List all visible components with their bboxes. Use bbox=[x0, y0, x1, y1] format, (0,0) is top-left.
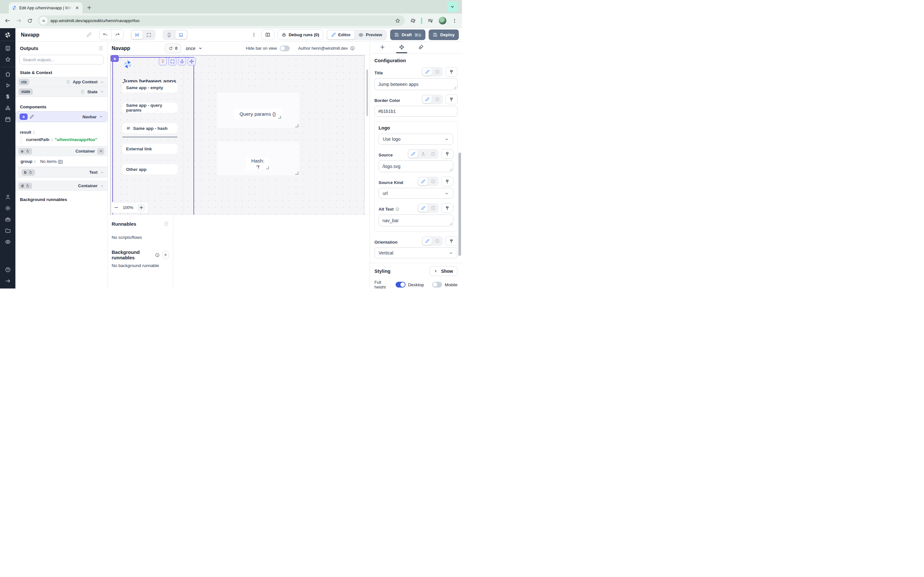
query-params-container[interactable]: Query params {} bbox=[217, 93, 299, 128]
full-width-layout-button[interactable] bbox=[144, 31, 155, 39]
app-grid[interactable]: a Jump between apps Same app - empty Sam… bbox=[110, 55, 365, 214]
connect-plug-icon[interactable] bbox=[441, 177, 453, 186]
static-mode-pencil-icon[interactable] bbox=[418, 204, 428, 212]
extensions-puzzle-icon[interactable] bbox=[410, 18, 416, 24]
outputs-search[interactable] bbox=[19, 55, 103, 64]
static-mode-pencil-icon[interactable] bbox=[409, 150, 418, 158]
rename-pencil-icon[interactable] bbox=[29, 114, 34, 119]
sidebar-item-workers[interactable] bbox=[5, 216, 11, 222]
component-a-canvas-badge[interactable]: a bbox=[111, 55, 119, 62]
zoom-in-icon[interactable] bbox=[137, 203, 145, 211]
tab-close-icon[interactable] bbox=[74, 5, 79, 11]
connect-plug-icon[interactable] bbox=[441, 203, 453, 213]
sidebar-item-audit-logs[interactable] bbox=[5, 239, 11, 245]
draft-button[interactable]: Draft⌘S bbox=[390, 29, 425, 40]
preview-tab[interactable]: Preview bbox=[355, 31, 386, 39]
editor-tab[interactable]: Editor bbox=[327, 31, 355, 39]
navlink-same-app-query-params[interactable]: Same app - query params bbox=[122, 103, 178, 113]
expr-mode-fn-icon[interactable] bbox=[428, 204, 438, 212]
collapse-button[interactable] bbox=[97, 148, 104, 155]
forward-icon[interactable] bbox=[16, 18, 22, 24]
canvas-scrollbar[interactable] bbox=[367, 69, 368, 116]
info-icon[interactable] bbox=[155, 253, 160, 258]
undo-button[interactable] bbox=[99, 30, 111, 40]
text-b-row[interactable]: b Text bbox=[18, 167, 107, 177]
connect-plug-icon[interactable] bbox=[445, 67, 457, 77]
chevron-down-icon[interactable] bbox=[100, 80, 104, 84]
sidebar-item-home[interactable] bbox=[5, 71, 11, 77]
tab-insert-component[interactable] bbox=[377, 42, 388, 53]
static-mode-pencil-icon[interactable] bbox=[423, 95, 432, 103]
sidebar-item-schedules[interactable] bbox=[5, 116, 11, 122]
navlink-same-app-hash[interactable]: Same app - hash bbox=[122, 123, 178, 133]
sidebar-item-help[interactable] bbox=[5, 267, 11, 273]
back-icon[interactable] bbox=[5, 18, 11, 24]
currentpath-key[interactable]: currentPath bbox=[26, 137, 49, 142]
navlink-same-app-empty[interactable]: Same app - empty bbox=[122, 82, 178, 93]
query-params-text[interactable]: Query params {} bbox=[234, 109, 282, 119]
chevron-down-icon[interactable] bbox=[100, 170, 104, 175]
info-icon[interactable] bbox=[395, 207, 399, 211]
more-options-icon[interactable] bbox=[251, 32, 257, 37]
static-mode-pencil-icon[interactable] bbox=[423, 237, 432, 245]
connect-plug-icon[interactable] bbox=[445, 95, 457, 104]
debug-runs-button[interactable]: Debug runs (0) bbox=[278, 29, 323, 40]
bookmark-star-icon[interactable] bbox=[395, 18, 401, 23]
desktop-view-button[interactable] bbox=[176, 31, 187, 39]
browser-menu-icon[interactable] bbox=[452, 18, 457, 24]
state-row[interactable]: state State bbox=[15, 87, 107, 97]
edit-title-pencil-icon[interactable] bbox=[86, 32, 92, 37]
sidebar-item-apps[interactable] bbox=[5, 45, 11, 51]
chevron-down-icon[interactable] bbox=[100, 89, 104, 94]
runnables-doc-icon[interactable] bbox=[164, 221, 169, 227]
sidebar-item-users[interactable] bbox=[5, 194, 11, 200]
expr-mode-fn-icon[interactable] bbox=[433, 237, 442, 245]
expr-mode-fn-icon[interactable] bbox=[428, 150, 438, 158]
expr-mode-fn-icon[interactable] bbox=[433, 95, 442, 103]
refresh-mode-dropdown[interactable]: once bbox=[186, 46, 203, 51]
url-text[interactable]: app.windmill.dev/apps/edit/u/henri/navap… bbox=[50, 18, 392, 23]
connect-plug-icon[interactable] bbox=[445, 236, 457, 246]
source-input[interactable]: /logo.svg bbox=[379, 160, 453, 172]
windmill-logo-icon[interactable] bbox=[4, 31, 11, 39]
zoom-out-icon[interactable] bbox=[114, 205, 119, 210]
reload-icon[interactable] bbox=[27, 18, 33, 24]
border-color-input[interactable]: #b1b1b1 bbox=[375, 106, 457, 117]
connect-plug-icon[interactable] bbox=[441, 149, 453, 159]
static-mode-pencil-icon[interactable] bbox=[423, 68, 432, 76]
redo-button[interactable] bbox=[111, 30, 123, 40]
sidebar-item-folders[interactable] bbox=[5, 227, 11, 234]
sidebar-item-settings[interactable] bbox=[5, 205, 11, 211]
source-kind-select[interactable]: url bbox=[379, 188, 453, 199]
expr-mode-fn-icon[interactable] bbox=[428, 177, 438, 185]
static-mode-pencil-icon[interactable] bbox=[418, 177, 428, 185]
move-icon[interactable] bbox=[188, 57, 196, 65]
centered-layout-button[interactable] bbox=[132, 31, 143, 39]
media-playlist-icon[interactable] bbox=[427, 18, 433, 24]
upload-mode-icon[interactable] bbox=[418, 150, 428, 158]
full-height-desktop-toggle[interactable] bbox=[396, 282, 405, 287]
anchor-icon[interactable] bbox=[178, 57, 186, 65]
alt-text-input[interactable]: nav_bar bbox=[379, 214, 453, 226]
ctx-row[interactable]: ctx App Context bbox=[15, 77, 107, 87]
address-bar[interactable]: app.windmill.dev/apps/edit/u/henri/navap… bbox=[38, 15, 405, 26]
navlink-other-app[interactable]: Other app bbox=[122, 164, 178, 174]
sidebar-item-variables[interactable]: $ bbox=[6, 93, 9, 100]
container-d-row[interactable]: d Container bbox=[15, 181, 107, 191]
logo-select[interactable]: Use logo bbox=[379, 134, 453, 145]
tab-component-settings[interactable] bbox=[396, 42, 407, 53]
styling-show-button[interactable]: Show bbox=[429, 266, 457, 276]
docs-button[interactable] bbox=[261, 29, 274, 40]
refresh-count-button[interactable]: 0 bbox=[165, 44, 181, 53]
title-input[interactable]: Jump between apps bbox=[375, 78, 457, 90]
navlink-external-link[interactable]: External link bbox=[122, 143, 178, 154]
hide-bar-toggle[interactable] bbox=[280, 45, 290, 51]
fill-height-icon[interactable] bbox=[159, 57, 167, 65]
add-background-runnable-button[interactable] bbox=[162, 251, 169, 259]
expand-icon[interactable] bbox=[168, 57, 176, 65]
sidebar-collapse-toggle[interactable] bbox=[5, 278, 11, 284]
full-height-mobile-toggle[interactable] bbox=[432, 282, 442, 287]
tab-search-button[interactable] bbox=[447, 1, 458, 12]
navbar-component-row[interactable]: a Navbar bbox=[15, 111, 107, 122]
new-tab-button[interactable] bbox=[86, 5, 92, 11]
